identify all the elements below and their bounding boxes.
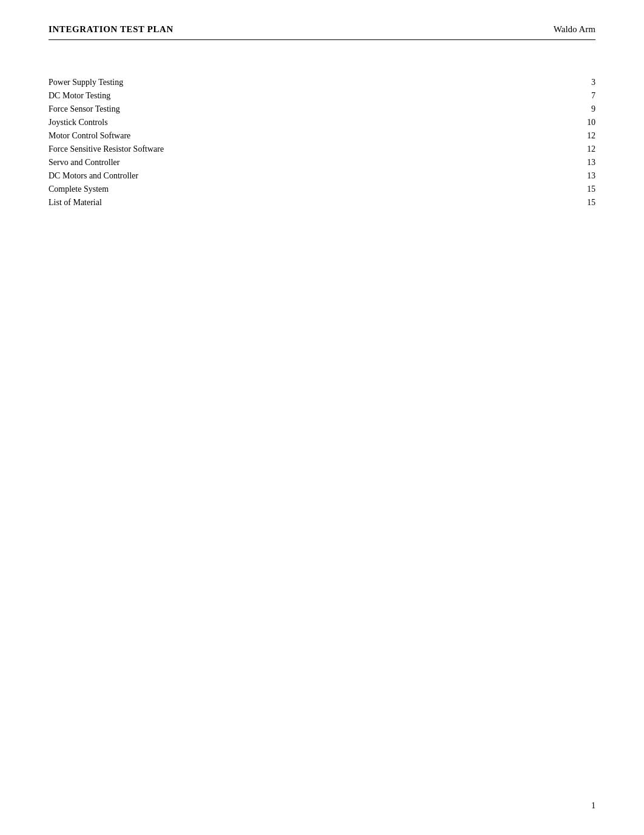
toc-item-label: Force Sensitive Resistor Software [49, 144, 164, 154]
page: INTEGRATION TEST PLAN Waldo Arm Power Su… [0, 0, 644, 835]
toc-item: Force Sensitive Resistor Software12 [49, 143, 595, 155]
toc-item-label: Joystick Controls [49, 118, 108, 127]
toc-item-page: 9 [583, 104, 595, 114]
toc-item-label: Servo and Controller [49, 158, 119, 167]
document-subtitle: Waldo Arm [554, 24, 595, 35]
toc-item-page: 13 [583, 158, 595, 167]
toc-item: Joystick Controls10 [49, 117, 595, 129]
document-title: INTEGRATION TEST PLAN [49, 24, 173, 35]
toc-item-label: Complete System [49, 184, 109, 194]
toc-item-page: 12 [583, 131, 595, 141]
toc-item-page: 15 [583, 184, 595, 194]
toc-item-label: Force Sensor Testing [49, 104, 120, 114]
toc-item-label: DC Motors and Controller [49, 171, 138, 181]
toc-item: Complete System15 [49, 183, 595, 195]
toc-item-page: 3 [583, 78, 595, 87]
toc-item-page: 7 [583, 91, 595, 101]
page-header: INTEGRATION TEST PLAN Waldo Arm [49, 24, 595, 40]
toc-item-page: 15 [583, 198, 595, 208]
toc-item: DC Motors and Controller13 [49, 170, 595, 182]
toc-item: Power Supply Testing3 [49, 76, 595, 89]
toc-item-page: 13 [583, 171, 595, 181]
toc-item: Servo and Controller13 [49, 157, 595, 169]
page-number: 1 [591, 801, 595, 811]
toc-item: Force Sensor Testing9 [49, 103, 595, 115]
table-of-contents: Power Supply Testing3DC Motor Testing7Fo… [49, 76, 595, 209]
toc-item: Motor Control Software12 [49, 130, 595, 142]
toc-item-page: 12 [583, 144, 595, 154]
toc-item-label: List of Material [49, 198, 102, 208]
toc-item-label: Power Supply Testing [49, 78, 123, 87]
toc-item-label: Motor Control Software [49, 131, 130, 141]
toc-item: List of Material15 [49, 197, 595, 209]
toc-item-label: DC Motor Testing [49, 91, 110, 101]
toc-item: DC Motor Testing7 [49, 90, 595, 102]
toc-item-page: 10 [583, 118, 595, 127]
